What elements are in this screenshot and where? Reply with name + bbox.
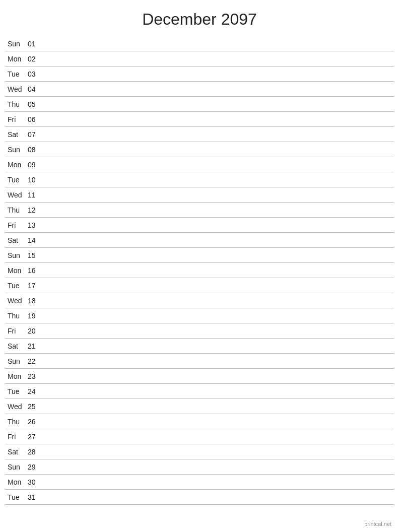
day-line	[43, 225, 394, 225]
day-line	[43, 330, 394, 331]
day-number: 19	[28, 312, 43, 320]
day-row: Tue03	[5, 66, 394, 82]
day-line	[43, 240, 394, 240]
day-name: Mon	[5, 478, 28, 486]
day-name: Tue	[5, 70, 28, 78]
day-number: 25	[28, 403, 43, 411]
day-name: Sat	[5, 236, 28, 244]
day-line	[43, 210, 394, 210]
day-row: Wed04	[5, 82, 394, 97]
day-line	[43, 421, 394, 422]
day-line	[43, 285, 394, 286]
day-number: 21	[28, 342, 43, 350]
day-row: Fri20	[5, 323, 394, 339]
day-number: 31	[28, 493, 43, 501]
day-name: Sat	[5, 448, 28, 456]
day-number: 06	[28, 115, 43, 123]
day-line	[43, 164, 394, 165]
day-number: 26	[28, 418, 43, 426]
day-line	[43, 391, 394, 391]
day-number: 30	[28, 478, 43, 486]
day-number: 10	[28, 176, 43, 184]
day-row: Sun01	[5, 36, 394, 51]
day-number: 13	[28, 221, 43, 229]
day-row: Sun15	[5, 248, 394, 263]
day-number: 01	[28, 40, 43, 48]
day-row: Mon30	[5, 475, 394, 490]
day-number: 09	[28, 161, 43, 169]
day-row: Mon16	[5, 263, 394, 278]
day-number: 20	[28, 327, 43, 335]
day-line	[43, 451, 394, 452]
day-number: 14	[28, 236, 43, 244]
day-number: 17	[28, 282, 43, 290]
day-row: Mon09	[5, 157, 394, 172]
day-name: Wed	[5, 403, 28, 411]
day-line	[43, 119, 394, 119]
day-name: Sat	[5, 342, 28, 350]
day-row: Thu26	[5, 414, 394, 429]
day-row: Fri27	[5, 429, 394, 444]
day-name: Mon	[5, 55, 28, 63]
day-row: Tue17	[5, 278, 394, 293]
day-row: Thu05	[5, 97, 394, 112]
day-number: 08	[28, 146, 43, 154]
day-number: 03	[28, 70, 43, 78]
day-name: Wed	[5, 85, 28, 93]
day-name: Sun	[5, 251, 28, 259]
day-name: Sun	[5, 357, 28, 365]
day-name: Tue	[5, 176, 28, 184]
day-row: Wed18	[5, 293, 394, 308]
day-line	[43, 346, 394, 346]
day-line	[43, 194, 394, 195]
day-line	[43, 270, 394, 271]
day-number: 28	[28, 448, 43, 456]
day-row: Fri13	[5, 218, 394, 233]
day-number: 02	[28, 55, 43, 63]
day-name: Tue	[5, 282, 28, 290]
day-row: Fri06	[5, 112, 394, 127]
day-name: Thu	[5, 206, 28, 214]
day-line	[43, 497, 394, 497]
day-row: Tue10	[5, 172, 394, 187]
day-row: Thu19	[5, 308, 394, 323]
page-title: December 2097	[0, 0, 399, 36]
day-line	[43, 89, 394, 89]
day-line	[43, 149, 394, 150]
day-line	[43, 361, 394, 361]
day-row: Sat14	[5, 233, 394, 248]
day-number: 11	[28, 191, 43, 199]
day-number: 05	[28, 100, 43, 108]
day-row: Thu12	[5, 203, 394, 218]
day-row: Mon23	[5, 369, 394, 384]
day-name: Fri	[5, 221, 28, 229]
day-number: 22	[28, 357, 43, 365]
day-number: 16	[28, 267, 43, 275]
day-name: Wed	[5, 191, 28, 199]
day-name: Mon	[5, 372, 28, 380]
day-line	[43, 179, 394, 180]
day-number: 15	[28, 251, 43, 259]
day-name: Thu	[5, 418, 28, 426]
day-number: 18	[28, 297, 43, 305]
calendar-container: Sun01Mon02Tue03Wed04Thu05Fri06Sat07Sun08…	[0, 36, 399, 505]
day-number: 04	[28, 85, 43, 93]
footer-text: printcal.net	[364, 521, 391, 527]
day-line	[43, 255, 394, 255]
day-number: 27	[28, 433, 43, 441]
day-row: Sun08	[5, 142, 394, 157]
day-line	[43, 436, 394, 437]
day-row: Sun29	[5, 459, 394, 475]
day-row: Sat21	[5, 339, 394, 354]
day-name: Sun	[5, 40, 28, 48]
day-number: 29	[28, 463, 43, 471]
day-name: Wed	[5, 297, 28, 305]
day-name: Mon	[5, 161, 28, 169]
day-line	[43, 376, 394, 376]
day-row: Sun22	[5, 354, 394, 369]
day-line	[43, 300, 394, 301]
day-line	[43, 406, 394, 407]
day-name: Sun	[5, 146, 28, 154]
day-number: 23	[28, 372, 43, 380]
day-name: Tue	[5, 387, 28, 395]
